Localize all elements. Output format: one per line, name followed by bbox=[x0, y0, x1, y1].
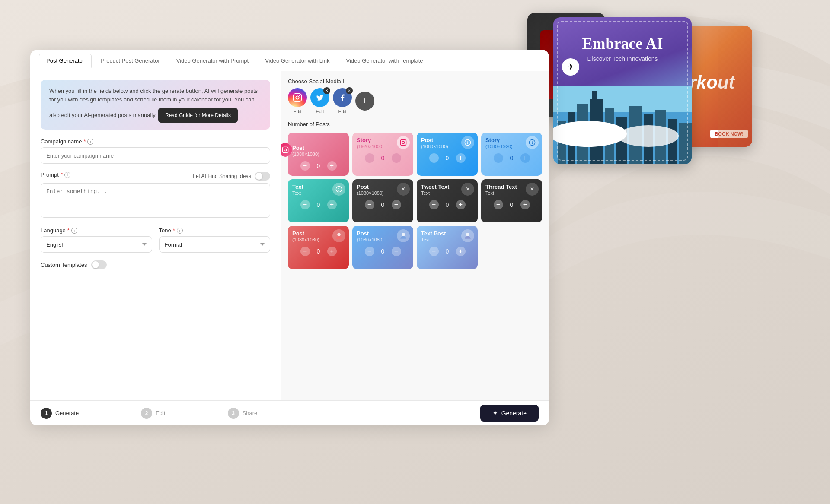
facebook-icon[interactable]: ✕ bbox=[333, 88, 352, 107]
tab-video-generator-template[interactable]: Video Generator with Template bbox=[339, 54, 431, 67]
social-media-info-icon[interactable]: i bbox=[343, 78, 344, 85]
red-card-count: 0 bbox=[315, 248, 322, 255]
text-card-minus-button[interactable]: − bbox=[300, 200, 310, 209]
tone-group: Tone * i Formal Casual Professional bbox=[159, 227, 271, 253]
language-required: * bbox=[67, 227, 70, 234]
card1-minus-button[interactable]: − bbox=[300, 161, 310, 171]
tab-video-generator-prompt[interactable]: Video Generator with Prompt bbox=[169, 54, 256, 67]
prompt-textarea[interactable] bbox=[41, 183, 270, 218]
post-cards-grid: Post (1080×1080) − 0 + Story (1920×1000) bbox=[288, 133, 542, 269]
language-select[interactable]: English Spanish French bbox=[41, 236, 152, 253]
step-line-2 bbox=[171, 413, 223, 413]
dark-card-plus-button[interactable]: + bbox=[392, 200, 401, 209]
tab-video-generator-link[interactable]: Video Generator with Link bbox=[258, 54, 337, 67]
instagram-icon[interactable] bbox=[288, 88, 307, 107]
facebook-remove-badge[interactable]: ✕ bbox=[346, 87, 353, 94]
post-count-info-icon[interactable]: i bbox=[332, 121, 333, 127]
twitter-icon[interactable]: ✕ bbox=[310, 88, 329, 107]
card4-plus-button[interactable]: + bbox=[520, 153, 530, 163]
text-card-count: 0 bbox=[315, 201, 322, 208]
preview-card-title: Embrace AI bbox=[553, 17, 692, 53]
text-post-card-counter: − 0 + bbox=[421, 247, 473, 256]
post-card-2: Story (1920×1000) − 0 + bbox=[352, 133, 413, 176]
card3-plus-button[interactable]: + bbox=[456, 153, 466, 163]
svg-rect-14 bbox=[679, 123, 692, 164]
prompt-info-icon[interactable]: i bbox=[64, 172, 70, 178]
red-card-minus-button[interactable]: − bbox=[300, 247, 310, 256]
card3-count: 0 bbox=[444, 155, 451, 162]
svg-point-35 bbox=[466, 233, 469, 236]
add-social-button[interactable]: + bbox=[355, 92, 374, 111]
thread-card-minus-button[interactable]: − bbox=[494, 200, 503, 209]
dark-card-counter: − 0 + bbox=[357, 200, 409, 209]
card3-counter: − 0 + bbox=[421, 153, 473, 163]
preview-card-main: ✈ Embrace AI Discover Tech Innovations bbox=[553, 17, 692, 164]
left-panel: When you fill in the fields below and cl… bbox=[30, 71, 281, 400]
post-card-thread: ✕ Thread Text Text − 0 + bbox=[481, 179, 542, 222]
tone-select[interactable]: Formal Casual Professional bbox=[159, 236, 271, 253]
blue-purple-plus-button[interactable]: + bbox=[392, 247, 401, 256]
tone-info-icon[interactable]: i bbox=[177, 228, 183, 234]
step-2-label: Edit bbox=[156, 410, 165, 416]
generate-button[interactable]: ✦ Generate bbox=[480, 405, 539, 422]
app-container: Post Generator Product Post Generator Vi… bbox=[30, 50, 549, 425]
tab-post-generator[interactable]: Post Generator bbox=[39, 54, 92, 68]
card2-plus-button[interactable]: + bbox=[392, 153, 401, 163]
card3-minus-button[interactable]: − bbox=[429, 153, 439, 163]
social-chooser: Choose Social Media i Edit bbox=[288, 78, 542, 114]
text-post-minus-button[interactable]: − bbox=[429, 247, 439, 256]
dark-card-icon: ✕ bbox=[397, 183, 410, 196]
plane-icon: ✈ bbox=[562, 58, 579, 76]
step-3-label: Share bbox=[243, 410, 258, 416]
campaign-name-info-icon[interactable]: i bbox=[87, 139, 93, 145]
social-item-facebook: ✕ Edit bbox=[333, 88, 352, 114]
twitter-remove-badge[interactable]: ✕ bbox=[323, 87, 330, 94]
step-1-circle: 1 bbox=[41, 408, 52, 419]
dark-card-minus-button[interactable]: − bbox=[365, 200, 374, 209]
text-post-plus-button[interactable]: + bbox=[456, 247, 466, 256]
post-card-text: Text Text − 0 + bbox=[288, 179, 349, 222]
guide-button[interactable]: Read Guide for More Details bbox=[158, 108, 238, 123]
language-label: Language * i bbox=[41, 227, 152, 234]
svg-point-19 bbox=[299, 95, 300, 96]
post-card-dark: ✕ Post (1080×1080) − 0 + bbox=[352, 179, 413, 222]
tab-product-post-generator[interactable]: Product Post Generator bbox=[93, 54, 167, 67]
text-post-count: 0 bbox=[444, 248, 451, 255]
tweet-card-minus-button[interactable]: − bbox=[429, 200, 439, 209]
blue-purple-card-counter: − 0 + bbox=[357, 247, 409, 256]
thread-card-plus-button[interactable]: + bbox=[520, 200, 530, 209]
campaign-name-group: Campaign name * i bbox=[41, 138, 270, 164]
language-info-icon[interactable]: i bbox=[71, 228, 77, 234]
red-card-counter: − 0 + bbox=[292, 247, 345, 256]
step-2-circle: 2 bbox=[141, 408, 152, 419]
dark-card-count: 0 bbox=[380, 201, 386, 208]
text-card-plus-button[interactable]: + bbox=[327, 200, 337, 209]
ai-toggle-group: Let AI Find Sharing Ideas bbox=[193, 172, 270, 181]
card4-minus-button[interactable]: − bbox=[494, 153, 503, 163]
footer-bar: 1 Generate 2 Edit 3 Share ✦ Generate bbox=[30, 400, 549, 425]
prompt-label: Prompt * i bbox=[41, 171, 70, 178]
step-line-1 bbox=[84, 413, 136, 413]
card3-icon bbox=[461, 136, 474, 149]
ai-toggle[interactable] bbox=[255, 172, 270, 181]
tweet-card-plus-button[interactable]: + bbox=[456, 200, 466, 209]
step-3: 3 Share bbox=[228, 408, 258, 419]
blue-purple-card-icon bbox=[397, 229, 410, 242]
card1-avatar bbox=[281, 143, 292, 157]
social-media-label: Choose Social Media i bbox=[288, 78, 542, 85]
red-card-plus-button[interactable]: + bbox=[327, 247, 337, 256]
blue-purple-minus-button[interactable]: − bbox=[365, 247, 374, 256]
thread-card-icon: ✕ bbox=[526, 183, 539, 196]
step-3-circle: 3 bbox=[228, 408, 239, 419]
twitter-icon-wrap: ✕ bbox=[310, 88, 329, 107]
campaign-name-input[interactable] bbox=[41, 147, 270, 164]
custom-templates-toggle[interactable] bbox=[91, 260, 107, 269]
card2-minus-button[interactable]: − bbox=[365, 153, 374, 163]
card1-counter: − 0 + bbox=[292, 161, 345, 171]
post-card-4: Story (1080×1920) − 0 + bbox=[481, 133, 542, 176]
card1-plus-button[interactable]: + bbox=[327, 161, 337, 171]
required-marker: * bbox=[83, 138, 86, 145]
prompt-header: Prompt * i Let AI Find Sharing Ideas bbox=[41, 171, 270, 181]
custom-templates-label: Custom Templates bbox=[41, 262, 87, 268]
post-card-3: Post (1080×1080) − 0 + bbox=[417, 133, 478, 176]
